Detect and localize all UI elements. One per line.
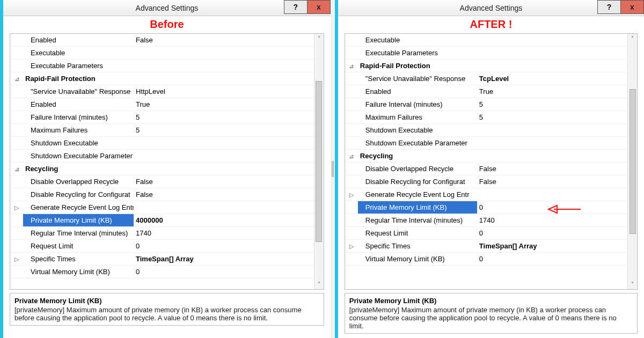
scrollbar[interactable]: ˄ ˅ <box>627 34 637 289</box>
property-row[interactable]: Private Memory Limit (KB)0 <box>345 201 627 214</box>
property-row[interactable]: Shutdown Executable <box>345 124 627 137</box>
property-value[interactable]: 1740 <box>134 227 314 239</box>
grid-rows[interactable]: ExecutableExecutable Parameters⊿Rapid-Fa… <box>345 34 627 289</box>
help-button[interactable]: ? <box>284 0 308 14</box>
splitter[interactable] <box>331 0 335 338</box>
property-row[interactable]: Disable Overlapped RecycleFalse <box>10 175 314 188</box>
property-row[interactable]: ⊿Recycling <box>10 163 314 175</box>
property-value[interactable]: HttpLevel <box>134 85 314 98</box>
property-row[interactable]: Executable Parameters <box>10 60 314 72</box>
property-row[interactable]: Regular Time Interval (minutes)1740 <box>345 214 627 227</box>
property-row[interactable]: EnabledFalse <box>10 34 314 47</box>
property-value[interactable]: 0 <box>477 253 627 265</box>
property-row[interactable]: Failure Interval (minutes)5 <box>10 111 314 124</box>
collapse-icon[interactable]: ⊿ <box>345 60 358 72</box>
property-row[interactable]: ⊿Rapid-Fail Protection <box>10 72 314 85</box>
property-row[interactable]: Virtual Memory Limit (KB)0 <box>345 253 627 266</box>
property-row[interactable]: Maximum Failures5 <box>10 124 314 137</box>
property-value[interactable] <box>134 150 314 162</box>
property-row[interactable]: Disable Recycling for ConfiguratFalse <box>10 188 314 201</box>
property-value[interactable]: 0 <box>134 240 314 252</box>
scroll-up-icon[interactable]: ˄ <box>318 34 320 43</box>
property-value[interactable]: 5 <box>134 111 314 123</box>
scroll-thumb[interactable] <box>630 89 636 234</box>
property-row[interactable]: ⊿Recycling <box>345 150 627 163</box>
property-value[interactable]: 4000000 <box>134 214 314 226</box>
property-row[interactable]: ⊿Rapid-Fail Protection <box>345 60 627 72</box>
property-value[interactable]: False <box>134 34 314 46</box>
property-value[interactable]: False <box>134 175 314 188</box>
property-value[interactable] <box>134 72 314 85</box>
property-value[interactable]: 0 <box>134 266 314 278</box>
property-row[interactable]: EnabledTrue <box>345 85 627 98</box>
property-row[interactable]: Disable Recycling for ConfiguratFalse <box>345 175 627 188</box>
property-value[interactable] <box>477 137 627 149</box>
scrollbar[interactable]: ˄ ˅ <box>314 34 324 289</box>
property-value[interactable]: False <box>134 188 314 201</box>
property-row[interactable]: ▷Generate Recycle Event Log Entr <box>10 201 314 214</box>
property-row[interactable]: Disable Overlapped RecycleFalse <box>345 163 627 175</box>
property-value[interactable]: True <box>477 85 627 98</box>
property-row[interactable]: Executable <box>10 47 314 60</box>
property-value[interactable]: TimeSpan[] Array <box>134 253 314 265</box>
property-row[interactable]: Maximum Failures5 <box>345 111 627 124</box>
property-value[interactable] <box>134 137 314 149</box>
property-value[interactable]: True <box>134 98 314 111</box>
grid-rows[interactable]: EnabledFalseExecutableExecutable Paramet… <box>10 34 314 289</box>
property-value[interactable] <box>134 163 314 175</box>
property-value[interactable]: False <box>477 175 627 188</box>
property-value[interactable] <box>134 47 314 59</box>
property-value[interactable]: TcpLevel <box>477 72 627 85</box>
close-button[interactable]: x <box>620 0 644 14</box>
property-value[interactable]: 0 <box>477 227 627 239</box>
property-row[interactable]: Executable <box>345 34 627 47</box>
collapse-icon[interactable]: ⊿ <box>10 72 23 85</box>
help-button[interactable]: ? <box>597 0 621 14</box>
scroll-down-icon[interactable]: ˅ <box>631 280 634 289</box>
scroll-down-icon[interactable]: ˅ <box>318 280 320 289</box>
property-row[interactable]: Virtual Memory Limit (KB)0 <box>10 266 314 278</box>
property-value[interactable]: 5 <box>134 124 314 136</box>
collapse-icon[interactable]: ⊿ <box>345 150 358 162</box>
property-value[interactable] <box>134 60 314 72</box>
property-row[interactable]: Regular Time Interval (minutes)1740 <box>10 227 314 240</box>
property-label: Executable <box>23 47 134 59</box>
property-row[interactable]: "Service Unavailable" Response TcpLevel <box>345 72 627 85</box>
property-value[interactable] <box>477 47 627 59</box>
property-value[interactable] <box>477 188 627 201</box>
property-row[interactable]: Request Limit0 <box>10 240 314 253</box>
scroll-up-icon[interactable]: ˄ <box>631 34 634 43</box>
property-value[interactable] <box>477 150 627 162</box>
expand-icon[interactable]: ▷ <box>345 240 358 252</box>
property-value[interactable]: 5 <box>477 98 627 111</box>
property-row[interactable]: EnabledTrue <box>10 98 314 111</box>
expand-icon[interactable]: ▷ <box>10 253 23 265</box>
property-value[interactable]: False <box>477 163 627 175</box>
property-value[interactable] <box>477 34 627 46</box>
property-value[interactable]: 1740 <box>477 214 627 226</box>
property-value[interactable] <box>477 60 627 72</box>
property-row[interactable]: Shutdown Executable <box>10 137 314 150</box>
property-value[interactable]: 5 <box>477 111 627 123</box>
collapse-icon[interactable]: ⊿ <box>10 163 23 175</box>
property-row[interactable]: Request Limit0 <box>345 227 627 240</box>
property-row[interactable]: ▷Specific TimesTimeSpan[] Array <box>10 253 314 266</box>
property-row[interactable]: Shutdown Executable Parameter <box>345 137 627 150</box>
property-row[interactable]: Executable Parameters <box>345 47 627 60</box>
property-row[interactable]: Failure Interval (minutes)5 <box>345 98 627 111</box>
property-value[interactable]: TimeSpan[] Array <box>477 240 627 252</box>
property-row[interactable]: Private Memory Limit (KB)4000000 <box>10 214 314 227</box>
property-row[interactable]: ▷Generate Recycle Event Log Entr <box>345 188 627 201</box>
property-value[interactable] <box>477 124 627 136</box>
scroll-thumb[interactable] <box>316 81 322 242</box>
expand-icon[interactable]: ▷ <box>10 201 23 214</box>
property-row[interactable]: Shutdown Executable Parameter <box>10 150 314 163</box>
close-button[interactable]: x <box>307 0 331 14</box>
description-title: Private Memory Limit (KB) <box>14 297 319 305</box>
property-label: Request Limit <box>23 240 134 252</box>
expand-icon[interactable]: ▷ <box>345 188 358 201</box>
property-row[interactable]: "Service Unavailable" Response HttpLevel <box>10 85 314 98</box>
property-row[interactable]: ▷Specific TimesTimeSpan[] Array <box>345 240 627 253</box>
property-value[interactable] <box>134 201 314 214</box>
property-value[interactable]: 0 <box>477 201 627 214</box>
